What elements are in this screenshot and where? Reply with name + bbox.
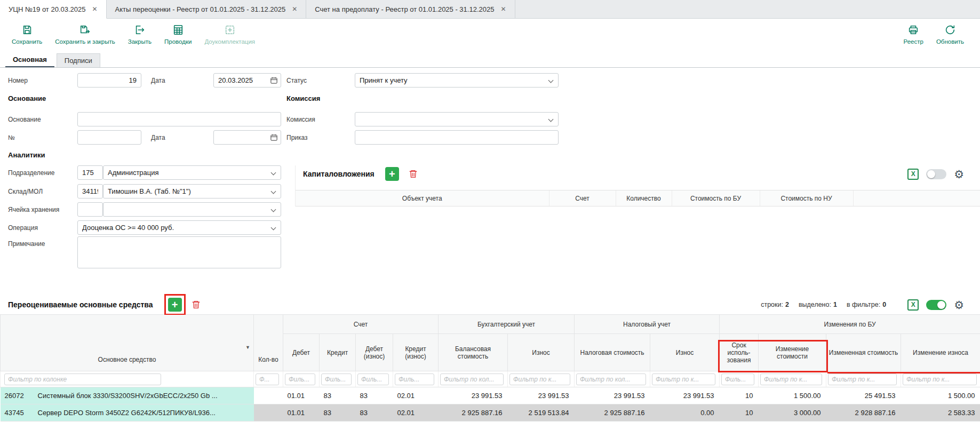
capex-col-cost-nu[interactable]: Стоимость по НУ [760, 190, 853, 206]
col-quantity[interactable]: Кол-во [254, 315, 283, 371]
filter-qty-input[interactable] [256, 374, 279, 385]
calendar-icon[interactable] [270, 76, 278, 84]
capex-excel-export-icon[interactable]: X [907, 169, 919, 180]
cell-asset-name: Сервер DEPO Storm 3450Z2 G6242K/512ПИКУ8… [34, 404, 254, 422]
close-tab-icon[interactable]: ✕ [92, 6, 97, 12]
filter-useful-life-input[interactable] [721, 374, 754, 385]
cell-debit: 01.01 [283, 404, 320, 422]
col-debit-wear[interactable]: Дебет (износ) [356, 334, 393, 371]
add-asset-row-button[interactable]: + [168, 298, 182, 312]
recompletion-label: Доукомплектация [204, 38, 255, 45]
window-tab-invoice-registry[interactable]: Счет на предоплату - Реестр от 01.01.202… [306, 0, 515, 18]
cell-credit-wear: 02.01 [393, 404, 439, 422]
cell-wear-bu: 23 991.53 [508, 387, 575, 404]
filter-tax-cost-input[interactable] [576, 374, 646, 385]
order-field[interactable] [355, 130, 559, 145]
table-row-selected[interactable]: 43745 Сервер DEPO Storm 3450Z2 G6242K/51… [1, 404, 980, 422]
tab-signatures[interactable]: Подписи [57, 53, 100, 67]
calendar-icon[interactable] [270, 133, 278, 141]
col-tax-cost[interactable]: Налоговая стоимость [575, 334, 650, 371]
cell-qty [254, 387, 283, 404]
col-changed-cost[interactable]: Измененная стоимость [826, 334, 901, 371]
department-select[interactable]: Администрация [103, 165, 281, 180]
cell-useful-life: 10 [720, 387, 759, 404]
filter-wear-nu-input[interactable] [652, 374, 715, 385]
basis-number-field[interactable] [77, 130, 141, 145]
basis-field[interactable] [77, 112, 281, 126]
add-capex-row-button[interactable]: + [385, 167, 399, 181]
date-field-wrap [213, 73, 281, 88]
close-tab-icon[interactable]: ✕ [292, 6, 297, 12]
filter-changed-cost-input[interactable] [828, 374, 897, 385]
window-tab-document[interactable]: УЦН №19 от 20.03.2025 ✕ [0, 0, 107, 19]
cell-debit-wear: 83 [356, 387, 393, 404]
filter-cost-change-input[interactable] [760, 374, 822, 385]
basis-number-label: № [8, 134, 15, 141]
status-value: Принят к учету [360, 76, 408, 84]
col-credit[interactable]: Кредит [320, 334, 356, 371]
form-tab-bar: Основная Подписи [0, 53, 980, 68]
assets-gear-icon[interactable]: ⚙ [954, 299, 964, 311]
registry-button[interactable]: Реестр [897, 22, 930, 46]
assets-excel-export-icon[interactable]: X [907, 299, 919, 311]
cell-balance-cost: 23 991.53 [439, 387, 508, 404]
commission-select[interactable] [355, 112, 559, 126]
refresh-button[interactable]: Обновить [930, 22, 970, 46]
postings-button[interactable]: Проводки [158, 22, 198, 46]
close-tab-icon[interactable]: ✕ [500, 6, 506, 12]
col-credit-wear[interactable]: Кредит (износ) [393, 334, 439, 371]
capex-col-object[interactable]: Объект учета [296, 190, 549, 206]
save-button[interactable]: Сохранить [5, 22, 49, 46]
warehouse-select[interactable]: Тимошин В.А. (Таб. №"1") [103, 184, 281, 198]
col-wear-change[interactable]: Изменение износа [901, 334, 980, 371]
filter-debit-wear-input[interactable] [357, 374, 389, 385]
operation-select[interactable]: Дооценка ОС >= 40 000 руб. [77, 220, 281, 235]
number-field[interactable] [77, 73, 141, 88]
delete-asset-row-button[interactable] [189, 298, 203, 312]
sort-desc-icon[interactable]: ▼ [245, 345, 250, 350]
filter-wear-change-input[interactable] [903, 374, 977, 385]
storage-cell-select[interactable] [103, 202, 281, 217]
cell-debit: 01.01 [283, 387, 320, 404]
col-balance-cost[interactable]: Балансовая стоимость [439, 334, 508, 371]
cell-cost-change: 1 500.00 [759, 387, 826, 404]
note-field[interactable] [77, 236, 281, 268]
filter-credit-wear-input[interactable] [395, 374, 434, 385]
col-useful-life[interactable]: Срок исполь­зования [720, 334, 759, 371]
registry-icon [907, 24, 919, 36]
tab-main[interactable]: Основная [5, 53, 54, 67]
assets-filter-toggle[interactable] [926, 300, 946, 310]
col-cost-change[interactable]: Изменение стоимости [759, 334, 826, 371]
window-tab-revaluation-registry[interactable]: Акты переоценки - Реестр от 01.01.2025 -… [107, 0, 307, 18]
filter-credit-input[interactable] [321, 374, 352, 385]
filter-asset-input[interactable] [4, 374, 161, 385]
save-and-close-button[interactable]: Сохранить и закрыть [49, 22, 122, 46]
table-row[interactable]: 26072 Системный блок 3330/S3200SHV/2xGbE… [1, 387, 980, 404]
close-button[interactable]: Закрыть [122, 22, 158, 46]
storage-cell-code-field[interactable] [77, 202, 103, 217]
assets-header: Переоцениваемые основные средства + стро… [0, 295, 980, 314]
col-wear-nu[interactable]: Износ [650, 334, 720, 371]
delete-capex-row-button[interactable] [407, 167, 420, 181]
cell-useful-life: 10 [720, 404, 759, 422]
filter-wear-bu-input[interactable] [509, 374, 570, 385]
department-code-field[interactable] [77, 165, 103, 180]
capex-col-account[interactable]: Счет [549, 190, 616, 206]
postings-grid-icon [172, 24, 184, 36]
capex-gear-icon[interactable]: ⚙ [954, 169, 964, 180]
chevron-down-icon [271, 189, 276, 194]
col-asset[interactable]: Основное средство ▼ [1, 315, 254, 371]
filter-balance-cost-input[interactable] [440, 374, 504, 385]
chevron-down-icon [271, 170, 276, 176]
col-wear-bu[interactable]: Износ [508, 334, 575, 371]
analytics-section-title: Аналитики [8, 151, 45, 159]
filter-debit-input[interactable] [285, 374, 315, 385]
capex-filter-toggle[interactable] [926, 169, 946, 179]
col-debit[interactable]: Дебет [283, 334, 320, 371]
capex-col-quantity[interactable]: Количество [616, 190, 672, 206]
stat-selected: выделено:1 [799, 301, 837, 308]
warehouse-code-field[interactable] [77, 184, 103, 198]
status-select[interactable]: Принят к учету [355, 73, 559, 88]
add-button-annotation-wrap: + [168, 298, 182, 312]
capex-col-cost-bu[interactable]: Стоимость по БУ [672, 190, 760, 206]
